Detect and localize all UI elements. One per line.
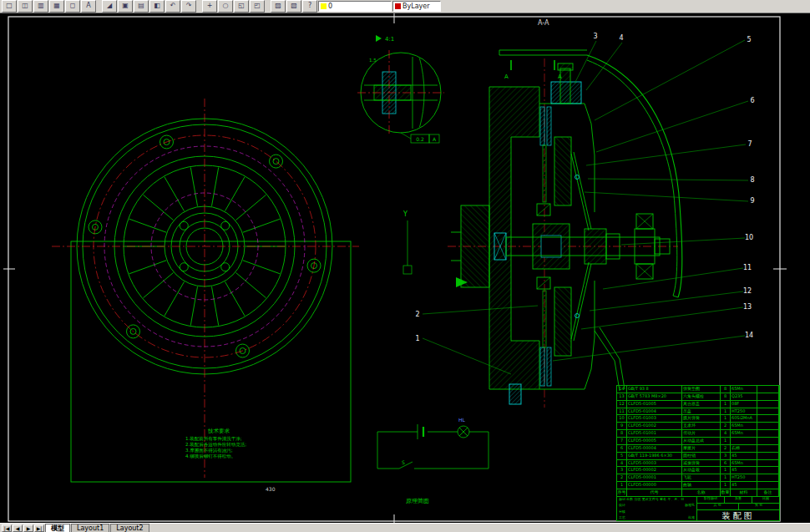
parts-cell-remark — [757, 482, 779, 489]
tab-model[interactable]: 模型 — [45, 524, 70, 532]
balloon-numbers: 1 2 3 4 5 6 7 8 9 10 11 12 13 14 — [415, 33, 754, 342]
paste-icon[interactable]: ▤ — [134, 0, 149, 13]
parts-row: 1CLFD5-00000曲轴145 — [617, 482, 779, 489]
schematic-caption: 原理简图 — [406, 498, 429, 504]
tab-layout1[interactable]: Layout1 — [71, 524, 109, 532]
properties-icon[interactable]: ▨ — [271, 0, 286, 13]
tech-line: 1.装配前所有零件清洗干净; — [185, 436, 242, 442]
redo-icon[interactable]: ↷ — [181, 0, 196, 13]
crank-flange-section — [461, 205, 489, 287]
sheet-no-label: 第 张 — [739, 504, 780, 509]
parts-cell-code: CLFD5-00004 — [627, 445, 682, 453]
parts-cell-code: GB/T 5783 M8×20 — [627, 393, 682, 401]
driven-disc-web — [543, 145, 546, 202]
undo-icon[interactable]: ↶ — [165, 0, 180, 13]
detail-scale-label: 4:1 — [385, 36, 394, 43]
parts-cell-material: 65Mn — [731, 430, 757, 438]
parts-cell-seq: 6 — [617, 445, 627, 453]
parts-row: 9CLFD5-01002支承环265Mn — [617, 423, 779, 430]
parts-cell-qty: 1 — [721, 438, 731, 445]
parts-cell-remark — [757, 453, 779, 460]
parts-row: 10CLFD5-01003膜片弹簧160Si2MnA — [617, 415, 779, 423]
header-code: 代号 — [627, 489, 682, 497]
detail-flag-icon — [376, 35, 382, 42]
balloon-5: 5 — [747, 36, 751, 43]
header-name: 名称 — [682, 489, 721, 497]
parts-cell-remark — [757, 474, 779, 482]
preview-icon[interactable]: ◻ — [65, 0, 80, 13]
title-block-revision-area: 标记 处数 分区 更改文件号 签名 年、月、日 设计标准化 审核 工艺批准 — [617, 497, 697, 521]
tab-first-button[interactable]: |◀ — [2, 524, 12, 532]
parts-cell-code: CLFD5-00002 — [627, 467, 682, 474]
tab-next-button[interactable]: ▶ — [23, 524, 33, 532]
revision-header-line: 标记 处数 分区 更改文件号 签名 年、月、日 — [619, 498, 695, 502]
parts-cell-qty: 1 — [721, 482, 731, 489]
pan-icon[interactable]: + — [202, 0, 217, 13]
zoom-window-icon[interactable]: ◱ — [234, 0, 249, 13]
parts-cell-code: GB/T 93 8 — [627, 386, 682, 393]
section-view[interactable] — [448, 50, 682, 408]
spell-icon[interactable]: A — [81, 0, 96, 13]
parts-cell-name: 支承环 — [682, 423, 721, 430]
header-remark: 备注 — [757, 489, 779, 497]
tech-line: 3.摩擦面不得沾有油污; — [185, 448, 233, 453]
front-view[interactable]: 430 — [52, 99, 359, 492]
sheets-label: 共 张 — [697, 504, 739, 509]
tech-requirements-title: 技术要求 — [207, 428, 230, 434]
print-icon[interactable]: ▦ — [49, 0, 64, 13]
open-icon[interactable]: ◫ — [18, 0, 33, 13]
parts-row: 13GB/T 5783 M8×20六角头螺栓8Q235 — [617, 393, 779, 401]
tech-requirements: 技术要求 1.装配前所有零件清洗干净; 2.装配后各运动件应转动灵活; 3.摩擦… — [185, 428, 246, 459]
parts-cell-code: CLFD5-01005 — [627, 401, 682, 408]
parts-cell-qty: 1 — [721, 408, 731, 416]
parts-cell-name: 弹簧垫圈 — [682, 386, 721, 393]
parts-row: 6CLFD5-00004摩擦片2石棉 — [617, 445, 779, 453]
section-label: A-A — [538, 19, 549, 27]
color-combo[interactable]: ByLayer — [392, 1, 441, 12]
new-icon[interactable]: □ — [2, 0, 17, 13]
tab-layout2[interactable]: Layout2 — [110, 524, 149, 532]
zoom-previous-icon[interactable]: ◰ — [250, 0, 265, 13]
help-icon[interactable]: ? — [302, 0, 317, 13]
parts-cell-material: 65Mn — [731, 386, 757, 393]
parts-cell-code: CLFD5-01004 — [627, 408, 682, 416]
parts-cell-code: CLFD5-00001 — [627, 474, 682, 482]
role-check: 审核 — [619, 510, 625, 514]
toolbar: □◫▥▦◻A◢▣▤◧↶↷+○◱◰▨▧?0ByLayer — [0, 0, 810, 13]
bottom-bolt — [509, 384, 521, 404]
parts-cell-code: CLFD5-00003 — [627, 460, 682, 468]
parts-row: 4CLFD5-00003减振弹簧665Mn — [617, 460, 779, 468]
parts-cell-name: 曲轴 — [682, 482, 721, 489]
layer-combo[interactable]: 0 — [318, 1, 392, 12]
toolbar-separator — [197, 1, 201, 12]
parts-cell-material: 65Mn — [731, 460, 757, 468]
layout-tabbar: |◀ ◀ ▶ ▶| 模型 Layout1 Layout2 — [0, 523, 810, 532]
tab-prev-button[interactable]: ◀ — [13, 524, 23, 532]
balloon-3: 3 — [593, 33, 597, 40]
drawing-area[interactable]: 430 技术要求 1.装配前所有零件清洗干净; 2.装配后各运动件应转动灵活; … — [0, 13, 810, 523]
parts-cell-seq: 7 — [617, 438, 627, 445]
parts-cell-name: 从动盘毂 — [682, 467, 721, 474]
save-icon[interactable]: ▥ — [33, 0, 48, 13]
parts-cell-seq: 3 — [617, 467, 627, 474]
parts-row: 12CLFD5-01005离合器盖108F — [617, 401, 779, 408]
design-center-icon[interactable]: ▧ — [286, 0, 301, 13]
copy-icon[interactable]: ▣ — [118, 0, 133, 13]
schematic[interactable] — [377, 424, 489, 469]
detail-view[interactable]: 4:1 1.5 0.2 A — [357, 35, 444, 143]
parts-cell-material: 45 — [731, 453, 757, 460]
parts-cell-seq: 4 — [617, 460, 627, 468]
parts-row: 8CLFD5-01001传动片465Mn — [617, 430, 779, 438]
zoom-realtime-icon[interactable]: ○ — [218, 0, 233, 13]
parts-cell-seq: 11 — [617, 408, 627, 416]
cut-icon[interactable]: ◢ — [102, 0, 117, 13]
parts-cell-qty: 2 — [721, 423, 731, 430]
tab-last-button[interactable]: ▶| — [34, 524, 44, 532]
parts-cell-remark — [757, 415, 779, 423]
match-props-icon[interactable]: ◧ — [149, 0, 165, 13]
parts-cell-seq: 1 — [617, 482, 627, 489]
parts-cell-seq: 10 — [617, 415, 627, 423]
parts-cell-name: 六角头螺栓 — [682, 393, 721, 401]
current-color-swatch — [395, 3, 401, 9]
role-approve: 批准 — [688, 516, 695, 520]
